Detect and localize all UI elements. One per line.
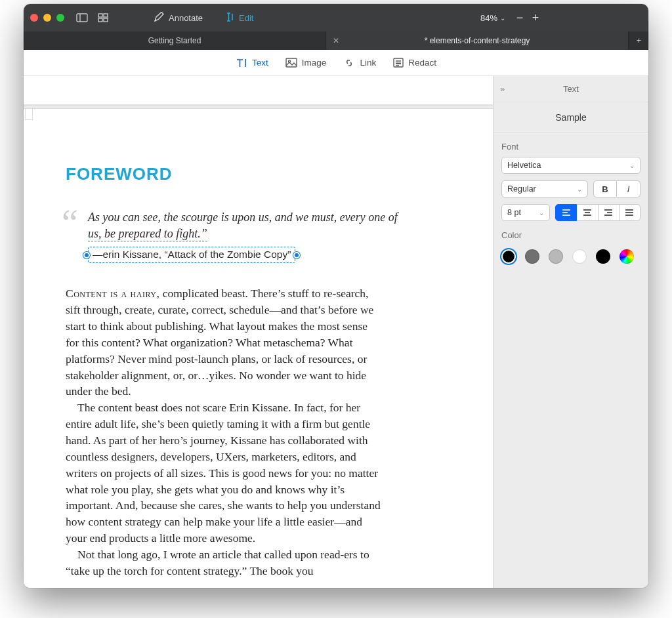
bold-button[interactable]: B (593, 180, 617, 197)
traffic-lights (30, 14, 64, 22)
text-tool-label: Text (252, 58, 268, 68)
edit-mode-button[interactable]: Edit (220, 10, 259, 26)
svg-rect-4 (98, 18, 102, 22)
color-swatches (494, 245, 648, 264)
tab-bar: Getting Started ✕ * elements-of-content-… (24, 31, 648, 50)
color-swatch-black[interactable] (596, 249, 610, 264)
title-bar: Annotate Edit 84% ⌄ − + (24, 4, 648, 31)
tab-getting-started[interactable]: Getting Started (24, 31, 326, 50)
image-tool-label: Image (302, 58, 327, 68)
quote-text-line2: us, be prepared to fight.” (88, 227, 207, 241)
document-area[interactable]: FOREWORD “ As you can see, the scourge i… (24, 76, 493, 588)
page-heading: FOREWORD (66, 164, 451, 184)
edit-toolbar: Text Image Link Redact (24, 50, 648, 76)
sidebar-toggle-icon[interactable] (74, 11, 91, 24)
svg-rect-8 (286, 58, 297, 67)
color-swatch-lightgray[interactable] (549, 249, 563, 264)
chevron-down-icon: ⌄ (577, 186, 582, 193)
color-swatch-black-selected[interactable] (501, 249, 516, 264)
font-controls: Helvetica ⌄ Regular ⌄ B I 8 pt (494, 157, 648, 221)
chevron-down-icon: ⌄ (539, 209, 544, 216)
para1-lead: Content is a hairy, (66, 287, 159, 300)
document-page: FOREWORD “ As you can see, the scourge i… (24, 109, 493, 588)
redact-icon (393, 58, 404, 68)
font-style-value: Regular (507, 184, 536, 194)
zoom-value: 84% (480, 13, 497, 23)
color-section-label: Color (494, 221, 648, 245)
align-justify-button[interactable] (620, 204, 640, 221)
color-picker-button[interactable] (620, 249, 634, 264)
annotate-label: Annotate (169, 13, 203, 23)
align-center-button[interactable] (577, 204, 598, 221)
tab-elements-of-content-strategy[interactable]: ✕ * elements-of-content-strategy (326, 31, 629, 50)
minimize-window-button[interactable] (43, 14, 51, 22)
svg-rect-3 (104, 14, 108, 17)
paragraph-1: Content is a hairy, complicated beast. T… (66, 285, 381, 400)
chevron-down-icon: ⌄ (629, 162, 635, 169)
foreword-quote: “ As you can see, the scourge is upon us… (66, 209, 451, 263)
sample-preview: Sample (494, 102, 648, 133)
zoom-control[interactable]: 84% ⌄ (480, 13, 505, 23)
selection-handle-left[interactable] (83, 252, 90, 258)
body-text: Content is a hairy, complicated beast. T… (66, 285, 381, 579)
paragraph-3: Not that long ago, I wrote an article th… (66, 546, 381, 579)
chevron-down-icon: ⌄ (500, 14, 505, 22)
page-top-strip (24, 76, 493, 105)
collapse-sidebar-icon[interactable]: » (500, 84, 505, 94)
sample-text: Sample (555, 112, 586, 123)
svg-rect-12 (396, 63, 401, 64)
fullscreen-window-button[interactable] (56, 14, 64, 22)
link-icon (343, 58, 355, 68)
annotate-mode-button[interactable]: Annotate (148, 10, 208, 26)
pencil-icon (154, 12, 164, 24)
inspector-sidebar: » Text Sample Font Helvetica ⌄ Regular ⌄ (493, 76, 648, 588)
font-style-select[interactable]: Regular ⌄ (501, 180, 588, 197)
quote-attribution[interactable]: —erin Kissane, “Attack of the Zombie Cop… (88, 247, 295, 263)
app-window: Annotate Edit 84% ⌄ − + Getting Started … (24, 4, 648, 588)
link-tool-label: Link (360, 58, 376, 68)
text-tool[interactable]: Text (236, 58, 268, 68)
text-cursor-icon (225, 12, 234, 24)
main-body: FOREWORD “ As you can see, the scourge i… (24, 76, 648, 588)
new-tab-button[interactable]: + (629, 31, 648, 50)
font-size-value: 8 pt (507, 208, 521, 217)
color-swatch-gray[interactable] (525, 249, 539, 264)
tab-label: Getting Started (148, 36, 201, 45)
zoom-out-button[interactable]: − (512, 11, 528, 25)
quote-text-line1: As you can see, the scourge is upon us, … (88, 209, 451, 226)
para1-rest: complicated beast. There’s stuff to re-s… (66, 287, 373, 398)
font-section-label: Font (494, 133, 648, 157)
align-right-button[interactable] (598, 204, 620, 221)
quote-mark-icon: “ (62, 204, 78, 241)
svg-rect-0 (77, 14, 87, 22)
link-tool[interactable]: Link (343, 58, 376, 68)
sidebar-title: Text (563, 84, 579, 94)
svg-rect-5 (104, 18, 108, 22)
zoom-in-button[interactable]: + (528, 11, 543, 25)
align-left-button[interactable] (555, 204, 577, 221)
image-icon (285, 58, 297, 68)
close-window-button[interactable] (30, 14, 38, 22)
tab-label: * elements-of-content-strategy (425, 36, 530, 45)
redact-tool[interactable]: Redact (393, 58, 436, 68)
selected-text-box[interactable]: —erin Kissane, “Attack of the Zombie Cop… (88, 247, 295, 263)
alignment-group (555, 204, 640, 221)
font-size-select[interactable]: 8 pt ⌄ (501, 204, 550, 221)
text-tool-icon (236, 58, 247, 68)
image-tool[interactable]: Image (285, 58, 327, 68)
edit-label: Edit (239, 13, 253, 23)
close-tab-icon[interactable]: ✕ (333, 36, 339, 45)
sidebar-header: » Text (494, 76, 648, 102)
font-family-value: Helvetica (507, 161, 541, 170)
paragraph-2: The content beast does not scare Erin Ki… (66, 400, 381, 546)
svg-rect-2 (98, 14, 102, 17)
color-swatch-white[interactable] (572, 249, 587, 264)
redact-tool-label: Redact (408, 58, 436, 68)
thumbnail-strip-handle[interactable] (25, 108, 33, 120)
font-family-select[interactable]: Helvetica ⌄ (501, 157, 640, 174)
selection-handle-right[interactable] (293, 252, 300, 258)
grid-view-icon[interactable] (94, 11, 112, 24)
italic-button[interactable]: I (617, 180, 640, 197)
